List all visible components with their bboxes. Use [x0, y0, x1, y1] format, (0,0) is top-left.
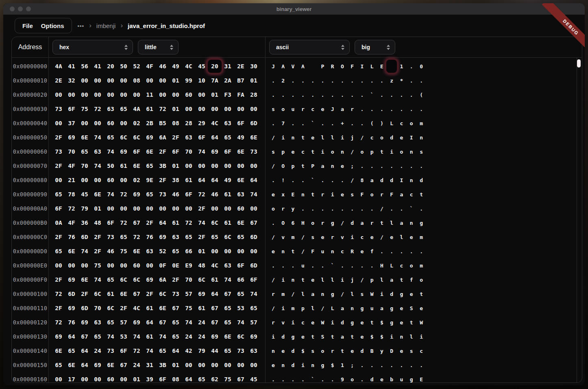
ascii-char[interactable]: / [321, 301, 324, 315]
hex-byte[interactable]: 9E [146, 173, 153, 187]
ascii-char[interactable]: . [281, 259, 285, 273]
hex-byte[interactable]: 36 [81, 216, 88, 230]
hex-byte[interactable]: 01 [133, 372, 140, 383]
close-button[interactable] [10, 7, 15, 11]
hex-byte[interactable]: 30 [250, 59, 257, 74]
hex-byte[interactable]: 74 [159, 330, 166, 344]
hex-byte[interactable]: 61 [146, 330, 153, 344]
hex-byte[interactable]: FA [237, 88, 244, 102]
ascii-char[interactable]: a [311, 287, 314, 301]
ascii-char[interactable]: t [301, 130, 305, 145]
hex-byte[interactable]: 00 [94, 173, 101, 187]
hex-byte[interactable]: 00 [250, 202, 257, 216]
ascii-char[interactable]: v [341, 230, 344, 244]
ascii-char[interactable]: s [272, 145, 275, 159]
ascii-char[interactable]: V [292, 59, 295, 74]
hex-byte[interactable]: 6F [55, 202, 62, 216]
hex-byte[interactable]: 69 [68, 130, 75, 145]
hex-byte[interactable]: 08 [133, 74, 140, 88]
ascii-char[interactable]: E [420, 372, 423, 383]
hex-byte[interactable]: 00 [120, 88, 127, 102]
ascii-char[interactable]: l [390, 216, 393, 230]
hex-byte[interactable]: 52 [159, 244, 166, 259]
hex-byte[interactable]: 4F [146, 59, 153, 74]
ascii-char[interactable]: ( [420, 88, 423, 102]
hex-byte[interactable]: 63 [185, 130, 192, 145]
hex-byte[interactable]: 57 [185, 287, 192, 301]
ascii-char[interactable]: l [301, 287, 305, 301]
ascii-char[interactable]: . [400, 88, 403, 102]
ascii-char[interactable]: t [311, 187, 314, 202]
hex-byte[interactable]: 00 [211, 244, 218, 259]
ascii-format-select[interactable]: ascii [269, 40, 350, 54]
hex-byte[interactable]: 6C [224, 230, 231, 244]
hex-byte[interactable]: 73 [250, 145, 257, 159]
ascii-char[interactable]: e [400, 315, 403, 330]
ascii-char[interactable]: m [292, 230, 295, 244]
ascii-char[interactable] [311, 59, 314, 74]
hex-byte[interactable]: 20 [211, 59, 218, 74]
ascii-char[interactable]: $ [380, 315, 383, 330]
ascii-char[interactable]: s [410, 344, 413, 358]
ascii-char[interactable]: L [390, 259, 393, 273]
ascii-char[interactable]: ; [351, 159, 354, 173]
ascii-char[interactable]: . [301, 74, 305, 88]
hex-byte[interactable]: 24 [198, 315, 205, 330]
hex-byte[interactable]: 00 [185, 102, 192, 116]
hex-byte[interactable]: 6C [94, 287, 101, 301]
hex-byte[interactable]: 69 [68, 301, 75, 315]
hex-byte[interactable]: 67 [211, 301, 218, 315]
hex-byte[interactable]: 65 [120, 102, 127, 116]
ascii-char[interactable]: r [370, 216, 374, 230]
ascii-endian-select[interactable]: big [355, 40, 395, 54]
hex-byte[interactable]: 60 [107, 116, 114, 130]
ascii-char[interactable]: . [301, 372, 305, 383]
hex-byte[interactable]: 70 [81, 159, 88, 173]
hex-byte[interactable]: 67 [133, 216, 140, 230]
ascii-char[interactable]: . [292, 74, 295, 88]
hex-byte[interactable]: 75 [224, 372, 231, 383]
ascii-char[interactable]: r [281, 202, 285, 216]
hex-byte[interactable]: 61 [198, 301, 205, 315]
hex-byte[interactable]: 6C [120, 273, 127, 287]
hex-byte[interactable]: 65 [172, 315, 179, 330]
ascii-char[interactable]: s [272, 102, 275, 116]
hex-byte[interactable]: 53 [237, 301, 244, 315]
ascii-char[interactable]: t [370, 315, 374, 330]
hex-byte[interactable]: 00 [146, 259, 153, 273]
hex-byte[interactable]: 74 [94, 130, 101, 145]
hex-byte[interactable]: 6C [159, 287, 166, 301]
ascii-char[interactable]: . [301, 202, 305, 216]
hex-byte[interactable]: 72 [68, 202, 75, 216]
ascii-char[interactable]: d [292, 344, 295, 358]
hex-byte[interactable]: 28 [185, 116, 192, 130]
ascii-char[interactable]: . [292, 372, 295, 383]
hex-byte[interactable]: 00 [250, 102, 257, 116]
ascii-char[interactable]: e [311, 273, 314, 287]
hex-byte[interactable]: 2F [198, 202, 205, 216]
hex-byte[interactable]: 64 [211, 130, 218, 145]
ascii-char[interactable]: c [370, 130, 374, 145]
hex-byte[interactable]: 6C [237, 330, 244, 344]
ascii-char[interactable]: r [331, 230, 334, 244]
hex-byte[interactable]: 00 [81, 259, 88, 273]
hex-byte[interactable]: 2F [159, 145, 166, 159]
ascii-char[interactable]: B [370, 344, 374, 358]
hex-byte[interactable]: 00 [198, 102, 205, 116]
ascii-char[interactable]: . [301, 173, 305, 187]
hex-byte[interactable]: 61 [107, 287, 114, 301]
hex-byte[interactable]: 72 [133, 344, 140, 358]
hex-byte[interactable]: 6E [81, 273, 88, 287]
ascii-char[interactable]: a [341, 330, 344, 344]
hex-byte[interactable]: 52 [133, 59, 140, 74]
ascii-char[interactable]: . [370, 358, 374, 372]
ascii-char[interactable]: . [410, 102, 413, 116]
hex-byte[interactable]: 2B [146, 116, 153, 130]
ascii-char[interactable]: s [311, 230, 314, 244]
hex-byte[interactable]: 50 [107, 159, 114, 173]
ascii-char[interactable]: . [292, 173, 295, 187]
hex-byte[interactable]: 00 [250, 159, 257, 173]
hex-byte[interactable]: 72 [120, 187, 127, 202]
ascii-char[interactable]: H [301, 216, 305, 230]
hex-byte[interactable]: 00 [211, 102, 218, 116]
